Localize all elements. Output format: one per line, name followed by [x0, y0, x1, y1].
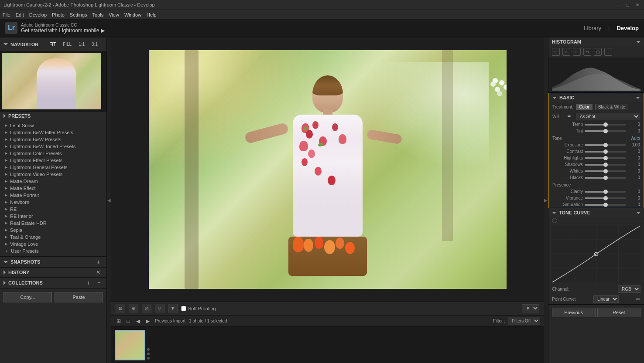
preset-item[interactable]: ▶ Real Estate HDR	[0, 220, 106, 227]
tint-slider-thumb[interactable]	[603, 129, 608, 133]
shadows-slider[interactable]	[585, 164, 626, 166]
blacks-slider[interactable]	[585, 177, 626, 179]
edit-curve-button[interactable]: ✏	[636, 296, 641, 302]
shadows-slider-thumb[interactable]	[603, 163, 608, 167]
preset-item[interactable]: ▶ Lightroom Effect Presets	[0, 157, 106, 164]
temp-slider-thumb[interactable]	[603, 122, 608, 127]
healing-tool-button[interactable]: ⊕	[129, 304, 138, 313]
rect-icon[interactable]: □	[573, 48, 581, 56]
adjustments-button[interactable]: ▼	[168, 304, 178, 313]
crop-tool-button[interactable]: ⊡	[116, 304, 125, 313]
basic-header[interactable]: Basic	[549, 93, 644, 102]
film-thumbnail[interactable]	[115, 330, 145, 360]
preset-item[interactable]: ▶ Matte Effect	[0, 185, 106, 192]
grid-icon[interactable]: ⊞	[552, 48, 560, 56]
filter-button[interactable]: ▽	[155, 304, 164, 313]
vibrance-slider-thumb[interactable]	[603, 196, 608, 200]
collections-extra-button[interactable]: −	[95, 279, 103, 286]
preset-item[interactable]: ▶ Lightroom B&W Toned Presets	[0, 143, 106, 150]
preset-item[interactable]: ▶ RE	[0, 206, 106, 213]
bw-treatment-button[interactable]: Black & White	[595, 104, 628, 110]
preset-item[interactable]: ▶ RE Interior	[0, 213, 106, 220]
history-clear-button[interactable]: ✕	[93, 269, 103, 275]
auto-button[interactable]: Auto	[631, 136, 640, 141]
saturation-slider[interactable]	[585, 204, 626, 206]
presets-header[interactable]: Presets	[0, 112, 106, 120]
previous-button[interactable]: Previous	[552, 308, 596, 317]
highlights-slider[interactable]	[585, 157, 626, 159]
preset-item[interactable]: ▶ Teal & Orange	[0, 234, 106, 241]
copy-button[interactable]: Copy...	[3, 292, 52, 302]
menu-help[interactable]: Help	[147, 12, 157, 17]
preset-item[interactable]: ▶ Lightroom B&W Presets	[0, 136, 106, 143]
preset-item[interactable]: ▶ Vintage Love	[0, 241, 106, 248]
minimize-button[interactable]: ─	[615, 2, 621, 8]
contrast-slider-thumb[interactable]	[603, 149, 608, 154]
channel-select[interactable]: RGB	[618, 285, 641, 293]
nav-fill-btn[interactable]: FILL	[61, 41, 73, 47]
preset-item[interactable]: ▶ Lightroom B&W Filter Presets	[0, 129, 106, 136]
tab-develop[interactable]: Develop	[617, 25, 639, 31]
blacks-slider-thumb[interactable]	[603, 176, 608, 180]
menu-photo[interactable]: Photo	[52, 12, 65, 17]
loupe-view-button[interactable]: □	[124, 317, 132, 325]
point-curve-select[interactable]: Linear	[593, 295, 619, 303]
menu-file[interactable]: File	[3, 12, 10, 17]
preset-item[interactable]: ▶ Lightroom General Presets	[0, 164, 106, 171]
filter-select[interactable]: Filters Off	[508, 317, 540, 325]
exposure-slider-thumb[interactable]	[603, 143, 608, 147]
preset-item[interactable]: ▶ Matte Dream	[0, 178, 106, 185]
saturation-slider-thumb[interactable]	[603, 203, 608, 207]
menu-settings[interactable]: Settings	[70, 12, 87, 17]
preset-item[interactable]: ▶ Matte Portrait	[0, 192, 106, 199]
clarity-slider[interactable]	[585, 191, 626, 193]
collections-add-button[interactable]: +	[84, 279, 93, 286]
tone-curve-header[interactable]: Tone Curve	[548, 208, 644, 217]
preset-item[interactable]: ▶ Lightroom Video Presets	[0, 171, 106, 178]
left-panel-collapse-tab[interactable]: ◀	[107, 37, 111, 363]
clarity-slider-thumb[interactable]	[603, 190, 608, 194]
nav-fit-btn[interactable]: FIT	[48, 41, 58, 47]
preset-item[interactable]: ▶ Newborn	[0, 199, 106, 206]
menu-window[interactable]: Window	[124, 12, 141, 17]
wb-eyedropper-tool[interactable]: ✒	[567, 113, 574, 120]
view-select[interactable]: ▼	[522, 304, 539, 312]
preset-item[interactable]: ▶ Let it Snow	[0, 122, 106, 129]
history-header[interactable]: History ✕	[0, 268, 106, 277]
restore-button[interactable]: □	[625, 2, 631, 8]
snapshots-add-button[interactable]: +	[94, 258, 103, 265]
oval-icon[interactable]: ◯	[594, 48, 602, 56]
reset-button[interactable]: Reset	[597, 308, 641, 317]
preset-item[interactable]: ▶ Sepia	[0, 227, 106, 234]
circle-icon[interactable]: ○	[562, 48, 570, 56]
whites-slider[interactable]	[585, 170, 626, 172]
next-photo-button[interactable]: ▶	[144, 317, 151, 325]
navigator-header[interactable]: Navigator FIT FILL 1:1 3:1	[0, 37, 106, 51]
temp-slider[interactable]	[585, 124, 626, 126]
vibrance-slider[interactable]	[585, 197, 626, 199]
menu-tools[interactable]: Tools	[92, 12, 104, 17]
tab-library[interactable]: Library	[584, 25, 601, 31]
menu-view[interactable]: View	[109, 12, 119, 17]
histogram-header[interactable]: Histogram	[548, 37, 644, 46]
snapshots-header[interactable]: Snapshots +	[0, 257, 106, 267]
user-presets-item[interactable]: ▼ User Presets	[0, 248, 106, 254]
exposure-slider[interactable]	[585, 144, 626, 146]
whites-slider-thumb[interactable]	[603, 169, 608, 173]
minus-icon[interactable]: −	[604, 48, 612, 56]
wb-select[interactable]: As Shot	[576, 113, 640, 120]
contrast-slider[interactable]	[585, 151, 626, 153]
prev-photo-button[interactable]: ◀	[134, 317, 142, 325]
collections-header[interactable]: Collections + −	[0, 278, 106, 288]
paste-button[interactable]: Paste	[55, 292, 103, 302]
tint-slider[interactable]	[585, 130, 626, 132]
color-treatment-button[interactable]: Color	[576, 104, 593, 110]
preset-item[interactable]: ▶ Lightroom Color Presets	[0, 150, 106, 157]
right-panel-collapse-tab[interactable]: ▶	[544, 37, 548, 363]
nav-3-1-btn[interactable]: 3:1	[90, 41, 99, 47]
close-button[interactable]: ✕	[634, 2, 641, 8]
highlights-slider-thumb[interactable]	[603, 156, 608, 160]
red-eye-button[interactable]: ◎	[142, 304, 151, 313]
soft-proofing-checkbox[interactable]	[181, 306, 186, 311]
nav-1-1-btn[interactable]: 1:1	[77, 41, 86, 47]
